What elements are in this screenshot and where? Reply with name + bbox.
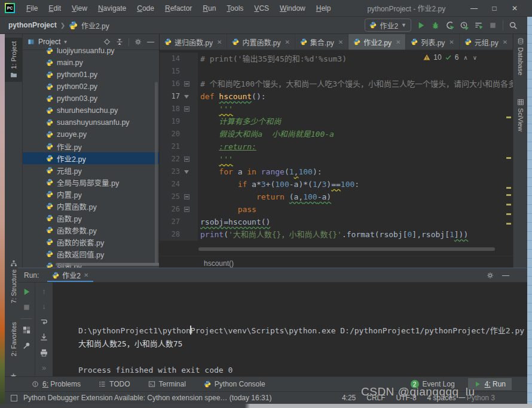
tree-item[interactable]: 元组.py <box>23 164 159 176</box>
editor-gutter[interactable]: 17 <box>160 90 198 103</box>
editor-gutter[interactable]: 28 <box>160 228 198 241</box>
fold-marker[interactable] <box>180 194 193 200</box>
menu-window[interactable]: Window <box>274 0 311 17</box>
run-button[interactable] <box>417 21 426 30</box>
stop-button[interactable] <box>488 21 497 30</box>
rerun-button[interactable] <box>22 287 31 296</box>
stop-button[interactable] <box>22 303 31 312</box>
close-icon[interactable]: ✕ <box>84 272 88 278</box>
breadcrumb-function[interactable]: hscount() <box>204 259 234 268</box>
close-icon[interactable]: ✕ <box>217 39 222 45</box>
editor-tab[interactable]: 列表.py✕ <box>406 34 459 50</box>
menu-edit[interactable]: Edit <box>43 0 66 17</box>
editor-gutter[interactable]: 20 <box>160 128 198 140</box>
tree-item[interactable]: 作业2.py <box>23 152 159 164</box>
menu-vcs[interactable]: VCS <box>249 0 274 17</box>
close-icon[interactable]: ✕ <box>449 39 454 45</box>
run-concurrency-button[interactable] <box>474 21 483 30</box>
menu-tools[interactable]: Tools <box>221 0 249 17</box>
tree-item[interactable]: main.py <box>23 57 159 69</box>
editor-tab[interactable]: 作业2.py✕ <box>348 34 406 50</box>
tree-item[interactable]: python02.py <box>23 81 159 93</box>
error-stripe-mark[interactable] <box>506 157 511 159</box>
status-message[interactable]: Python Debugger Extension Available: Cyt… <box>23 394 271 402</box>
error-stripe-mark[interactable] <box>506 223 511 225</box>
tool-button-database[interactable]: Database <box>513 38 527 75</box>
close-icon[interactable]: ✕ <box>285 39 289 45</box>
status-square-icon[interactable] <box>11 395 17 401</box>
pin-tab-button[interactable] <box>22 341 31 350</box>
editor-gutter[interactable]: 15 <box>160 65 198 78</box>
editor-tab[interactable]: 元组.py✕ <box>460 34 513 50</box>
fold-marker[interactable] <box>180 207 193 212</box>
editor-gutter[interactable]: 19 <box>160 115 198 128</box>
tool-button-terminal[interactable]: Terminal <box>148 380 186 388</box>
tree-item[interactable]: 函数返回值.py <box>23 248 159 260</box>
editor-gutter[interactable]: 25 <box>160 191 198 203</box>
debug-button[interactable] <box>431 21 440 30</box>
tool-button-python-console[interactable]: Python Console <box>204 380 265 388</box>
breadcrumb-project[interactable]: pythonProject <box>8 21 57 29</box>
tree-item[interactable]: 全局与局部变量.py <box>23 176 159 188</box>
run-tab[interactable]: 作业2 ✕ <box>46 268 94 282</box>
profile-button[interactable] <box>460 21 469 30</box>
tree-item[interactable]: shuruheshuchu.py <box>23 105 159 116</box>
editor-gutter[interactable]: 18 <box>160 103 198 115</box>
hide-panel-button[interactable]: — <box>502 271 509 280</box>
more-actions-button[interactable]: » <box>42 364 46 372</box>
tree-item[interactable]: 作业.py <box>23 140 159 152</box>
menu-navigate[interactable]: Navigate <box>93 0 132 17</box>
editor-tab[interactable]: 集合.py✕ <box>295 34 348 50</box>
run-configuration-select[interactable]: 作业2 ▼ <box>365 19 411 32</box>
tree-item[interactable]: python03.py <box>23 93 159 105</box>
error-stripe-mark[interactable] <box>506 116 511 118</box>
project-tree-horizontal-scrollbar[interactable] <box>56 263 160 266</box>
error-stripe-mark[interactable] <box>506 213 511 215</box>
editor-gutter[interactable]: 21 <box>160 140 198 153</box>
close-icon[interactable]: ✕ <box>396 39 400 45</box>
menu-help[interactable]: Help <box>311 0 337 17</box>
restore-layout-button[interactable] <box>22 326 31 335</box>
error-stripe-mark[interactable] <box>506 187 511 189</box>
editor-gutter[interactable]: 23 <box>160 165 198 178</box>
editor-gutter[interactable]: 16 <box>160 78 198 90</box>
tool-button-todo[interactable]: TODO <box>99 380 130 388</box>
run-console[interactable]: D:\pythonProject1\pythonProject\venv\Scr… <box>53 283 527 376</box>
next-problem-button[interactable]: ∨ <box>473 54 477 61</box>
tree-item[interactable]: suanshuyunsuanfu.py <box>23 116 159 128</box>
editor-tab[interactable]: 内置函数.py✕ <box>227 34 295 50</box>
editor-gutter[interactable]: 22 <box>160 153 198 165</box>
minimize-button[interactable]: — <box>464 0 484 17</box>
tree-item[interactable]: zuoye.py <box>23 128 159 140</box>
close-icon[interactable]: ✕ <box>503 39 507 45</box>
search-everywhere-icon[interactable] <box>509 21 518 30</box>
menu-refactor[interactable]: Refactor <box>160 0 197 17</box>
run-with-coverage-button[interactable] <box>445 21 454 30</box>
chevron-down-icon[interactable]: ▾ <box>64 39 67 45</box>
previous-problem-button[interactable]: ∧ <box>463 54 467 61</box>
tool-button-problems[interactable]: 6: Problems <box>32 380 81 388</box>
editor-gutter[interactable]: 14 <box>160 53 198 65</box>
close-button[interactable]: ✕ <box>505 0 525 17</box>
tool-button-sciview[interactable]: SciView <box>513 99 527 131</box>
caret-position[interactable]: 4:25 <box>342 394 356 402</box>
soft-wrap-button[interactable] <box>39 317 48 326</box>
error-stripe-mark[interactable] <box>506 204 511 205</box>
scroll-to-end-button[interactable] <box>39 333 48 342</box>
error-stripe-mark[interactable] <box>506 194 511 196</box>
tree-item[interactable]: 内置.py <box>23 188 159 200</box>
menu-file[interactable]: File <box>21 0 43 17</box>
tree-item[interactable]: 函数的嵌套.py <box>23 236 159 248</box>
print-button[interactable] <box>39 348 48 357</box>
tool-button-project[interactable]: 1: Project <box>5 38 22 82</box>
editor-horizontal-scrollbar[interactable] <box>198 247 495 251</box>
maximize-button[interactable]: □ <box>484 0 505 17</box>
editor-gutter[interactable]: 27 <box>160 216 198 228</box>
tree-item[interactable]: 函数参数.py <box>23 224 159 236</box>
tree-item[interactable]: luojiyunsuanfu.py <box>23 45 159 57</box>
code-editor[interactable]: 14# print('输出35到45的和:%d'%sum3)1516# 个和尚吃… <box>160 50 513 256</box>
fold-marker[interactable] <box>180 81 193 87</box>
editor-gutter[interactable]: 26 <box>160 203 198 216</box>
fold-marker[interactable] <box>180 95 193 99</box>
error-stripe[interactable] <box>506 51 512 254</box>
